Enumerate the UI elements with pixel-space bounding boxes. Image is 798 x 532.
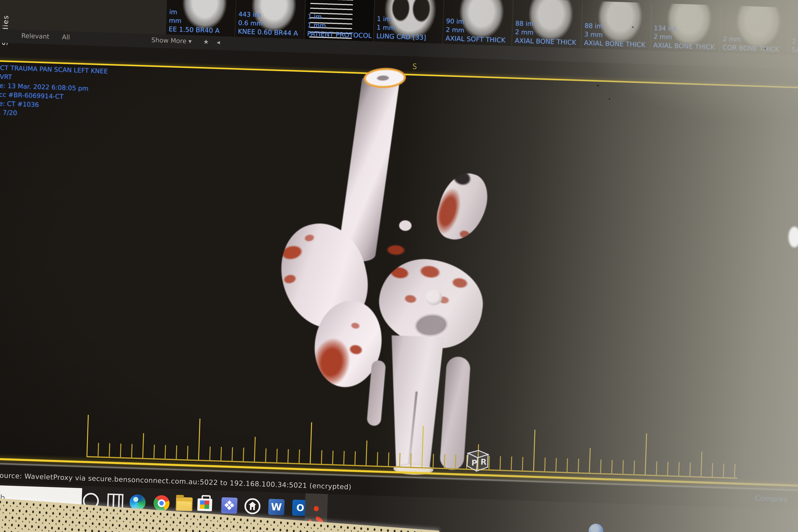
ruler-tick [555,458,557,472]
teams-tray-icon[interactable] [588,524,604,532]
ruler-tick [633,461,635,474]
word-icon[interactable]: W [268,499,285,515]
orientation-label-superior: S [412,62,417,71]
ruler-tick [600,459,602,473]
dust-speck [609,98,610,100]
ruler-tick [332,451,334,464]
microsoft-store-icon[interactable] [197,496,213,513]
ruler-tick [310,422,312,463]
ruler-tick [522,457,523,470]
bone-hemorrhage-patch [381,241,411,259]
file-explorer-icon[interactable] [175,496,192,512]
ruler-tick [533,430,535,471]
ruler-tick [98,443,99,456]
ruler-tick [355,451,356,465]
ruler-tick [209,446,211,460]
ruler-tick [723,463,724,477]
ruler-tick [589,448,591,473]
ruler-tick [366,440,367,465]
ruler-tick [511,456,512,470]
ruler-tick [701,452,702,476]
chrome-icon[interactable] [153,495,170,511]
ruler-tick [388,453,390,466]
ruler-tick [399,453,401,467]
ruler-tick [689,462,691,476]
ruler-tick [444,454,445,468]
dust-speck [764,48,766,49]
compressed-status-text: Compres [755,494,787,504]
ruler-tick [243,448,244,461]
ruler-tick [109,443,110,457]
dropbox-icon[interactable]: ❖ [221,497,238,514]
ruler-tick [153,445,155,458]
ruler-tick [165,445,166,459]
ruler-tick [232,447,233,461]
ruler-tick [265,448,267,462]
ruler-tick [120,443,121,457]
ruler-tick [645,433,647,475]
cube-face-right: R [480,457,487,467]
ruler-tick [198,419,201,460]
ruler-tick [287,449,289,463]
ruler-tick [611,460,613,473]
dust-speck [632,26,633,28]
pacs-home-icon[interactable] [244,498,261,514]
pacs-screen-photo: im mm EE 1.50 BR40 A 443 im 0.6 mm KNEE … [0,0,798,532]
dust-speck [597,84,599,87]
monitor-screen: im mm EE 1.50 BR40 A 443 im 0.6 mm KNEE … [0,0,798,532]
ruler-tick [142,433,144,458]
bone-patella-fragment [431,167,494,246]
ruler-tick [343,451,345,464]
patient-info-overlay: CT TRAUMA PAN SCAN LEFT KNEEVRTe: 13 Mar… [0,63,108,120]
ruler-tick [678,462,680,476]
ruler-tick [544,458,546,471]
ruler-tick [131,444,132,457]
ruler-tick [499,456,501,470]
ruler-tick [455,455,456,468]
ruler-tick [433,454,434,468]
ruler-tick [623,460,624,474]
bone-small-fragment [399,220,412,231]
ruler-tick [377,452,378,466]
ruler-tick [321,450,322,464]
ruler-tick [176,445,177,459]
ruler-tick [421,426,424,467]
ruler-tick [712,463,713,477]
ruler-tick [667,462,669,475]
ruler-tick [187,446,188,459]
ruler-tick [254,437,256,462]
ruler-tick [410,453,412,467]
ruler-tick [578,459,579,472]
ruler-tick [221,447,222,460]
orientation-cube-widget[interactable]: P R [462,444,493,475]
ruler-tick [734,464,736,478]
ruler-tick [567,458,568,472]
ruler-tick [656,461,658,475]
cube-face-posterior: P [471,458,477,468]
ruler-tick [276,449,278,462]
ruler-tick [299,450,300,463]
